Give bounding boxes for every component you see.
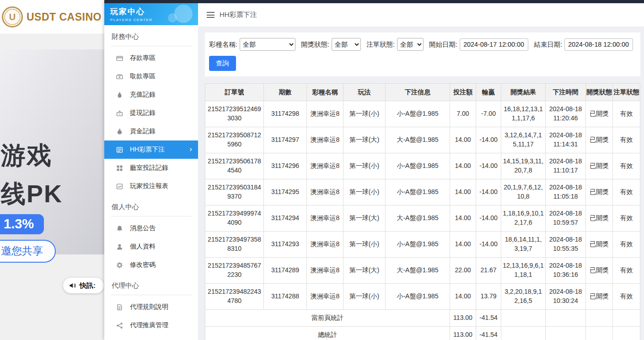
summary-empty-cell <box>501 327 546 340</box>
menu-hamburger-icon[interactable] <box>207 12 215 18</box>
draw-result-cell: 3,2,20,18,9,12,16,5 <box>501 284 546 310</box>
sidebar-item-label: 修改密碼 <box>130 261 156 269</box>
bet-info-cell: 大-A盤@1.985 <box>386 127 450 153</box>
sidebar-item[interactable]: 存款專區 <box>104 49 198 67</box>
draw-status-cell: 已開獎 <box>586 153 613 179</box>
order-status-cell: 有效 <box>613 205 640 232</box>
column-header: 下注信息 <box>386 84 450 101</box>
share-icon <box>116 322 123 329</box>
sidebar-item-label: 存款專區 <box>130 54 156 62</box>
lottery-name-cell: 澳洲幸运8 <box>307 153 343 179</box>
column-header: 注單狀態 <box>613 84 640 101</box>
draw-status-cell: 已開獎 <box>586 101 613 127</box>
sidebar-item[interactable]: 個人資料 <box>104 237 198 256</box>
issue-cell: 31174297 <box>264 127 307 153</box>
start-date-input[interactable] <box>460 38 528 51</box>
sidebar-item[interactable]: 代理規則說明 <box>104 298 198 316</box>
column-header: 玩法 <box>343 84 386 101</box>
order-no-cell: 2152172395124693030 <box>205 101 264 127</box>
issue-cell: 31174289 <box>264 258 307 284</box>
draw-status-cell: 已開獎 <box>586 258 613 284</box>
bet-amount-cell: 14.00 <box>450 284 476 310</box>
sidebar-item-label: 代理規則說明 <box>130 303 168 311</box>
sidebar-item[interactable]: 資金記錄 <box>104 122 198 140</box>
bets-table: 訂單號期數彩種名稱玩法下注信息投注額輸贏開獎結果下注時間開獎狀態注單狀態 215… <box>205 83 640 340</box>
withdraw-cash-icon <box>116 73 123 80</box>
bet-info-cell: 大-A盤@1.985 <box>386 205 450 232</box>
order-status-select[interactable]: 全部 <box>397 38 424 51</box>
sidebar-item[interactable]: 廳室投註記錄 <box>104 159 198 177</box>
banner-text-line1: 游戏 <box>1 139 52 173</box>
sidebar-item-label: HH彩票下注 <box>130 146 165 154</box>
draw-status-select[interactable]: 全部 <box>332 38 361 51</box>
draw-result-cell: 14,15,19,3,11,20,7,8 <box>501 153 546 179</box>
sidebar-item[interactable]: 消息公告 <box>104 219 198 237</box>
play-type-cell: 第一球(大) <box>343 127 386 153</box>
ticker-label: 快訊: <box>80 281 96 290</box>
win-loss-cell: -7.00 <box>476 101 501 127</box>
play-type-cell: 第一球(小) <box>343 232 386 258</box>
column-header: 輸贏 <box>476 84 501 101</box>
sidebar-title: 玩家中心 <box>110 6 198 17</box>
sidebar-section-title: 財務中心 <box>111 32 192 46</box>
sidebar-item[interactable]: HH彩票下注› <box>104 140 198 159</box>
column-header: 開獎結果 <box>501 84 546 101</box>
table-row: 215217239503184937031174295澳洲幸运8第一球(小)小-… <box>205 179 640 205</box>
sidebar-section-title: 個人中心 <box>111 203 192 216</box>
issue-cell: 31174295 <box>264 179 307 205</box>
table-row: 215217239506178454031174296澳洲幸运8第一球(小)小-… <box>205 153 640 179</box>
lottery-name-cell: 澳洲幸运8 <box>307 127 343 153</box>
bell-icon <box>116 225 123 232</box>
order-no-cell: 2152172395087125960 <box>205 127 264 153</box>
table-row: 215217239508712596031174297澳洲幸运8第一球(大)大-… <box>205 127 640 153</box>
draw-result-cell: 20,1,9,7,6,12,10,8 <box>501 179 546 205</box>
play-type-cell: 第一球(小) <box>343 101 386 127</box>
sidebar-item[interactable]: 修改密碼 <box>104 256 198 274</box>
sidebar-item[interactable]: 代理推廣管理 <box>104 316 198 335</box>
recharge-record-icon <box>116 92 123 98</box>
bets-table-card: 訂單號期數彩種名稱玩法下注信息投注額輸贏開獎結果下注時間開獎狀態注單狀態 215… <box>205 83 640 340</box>
bet-info-cell: 小-A盤@1.985 <box>386 153 450 179</box>
sidebar-item[interactable]: 提現記錄 <box>104 104 198 122</box>
lottery-name-cell: 澳洲幸运8 <box>307 258 343 284</box>
lottery-name-cell: 澳洲幸运8 <box>307 205 343 232</box>
bet-time-cell: 2024-08-18 11:14:31 <box>546 127 586 153</box>
summary-empty-cell <box>546 327 586 340</box>
issue-cell: 31174296 <box>264 153 307 179</box>
sidebar-item-label: 代理推廣管理 <box>130 321 168 329</box>
rate-badge: 1.3% <box>0 214 44 234</box>
bet-time-cell: 2024-08-18 10:30:24 <box>546 284 586 310</box>
sidebar-item[interactable]: 玩家投注報表 <box>104 177 198 195</box>
bet-amount-cell: 14.00 <box>450 205 476 232</box>
order-no-cell: 2152172395031849370 <box>205 179 264 205</box>
bet-time-cell: 2024-08-18 10:59:57 <box>546 205 586 232</box>
draw-status-label: 開獎狀態: <box>301 40 329 49</box>
end-date-input[interactable] <box>564 38 633 51</box>
lottery-bet-icon <box>116 146 123 153</box>
win-loss-cell: 21.67 <box>476 258 501 284</box>
summary-label: 當前頁統計 <box>205 310 450 327</box>
content-topbar: HH彩票下注 <box>198 3 644 27</box>
table-row: 215217239497358831031174293澳洲幸运8第一球(小)小-… <box>205 232 640 258</box>
table-row: 215217239499974409031174294澳洲幸运8第一球(大)大-… <box>205 205 640 232</box>
sidebar-item[interactable]: 充值記錄 <box>104 86 198 104</box>
sidebar-item-label: 消息公告 <box>130 224 156 232</box>
win-loss-cell: -14.00 <box>476 127 501 153</box>
lottery-name-select[interactable]: 全部 <box>240 38 295 51</box>
win-loss-cell: -14.00 <box>476 205 501 232</box>
end-date-label: 結束日期: <box>534 40 562 49</box>
report-icon <box>116 183 123 190</box>
table-row: 215217239482243478031174288澳洲幸运8第一球(小)小-… <box>205 284 640 310</box>
bet-time-cell: 2024-08-18 11:20:46 <box>546 101 586 127</box>
order-status-cell: 有效 <box>613 284 640 310</box>
order-status-cell: 有效 <box>613 101 640 127</box>
column-header: 訂單號 <box>205 84 264 101</box>
table-row: 215217239485767223031174289澳洲幸运8第一球(大)大-… <box>205 258 640 284</box>
lottery-name-cell: 澳洲幸运8 <box>307 101 343 127</box>
funds-record-icon <box>116 128 123 135</box>
table-row: 215217239512469303031174298澳洲幸运8第一球(小)小-… <box>205 101 640 127</box>
order-no-cell: 2152172394999744090 <box>205 205 264 232</box>
query-button[interactable]: 查詢 <box>209 56 236 71</box>
draw-status-cell: 已開獎 <box>586 179 613 205</box>
sidebar-item[interactable]: 取款專區 <box>104 67 198 86</box>
